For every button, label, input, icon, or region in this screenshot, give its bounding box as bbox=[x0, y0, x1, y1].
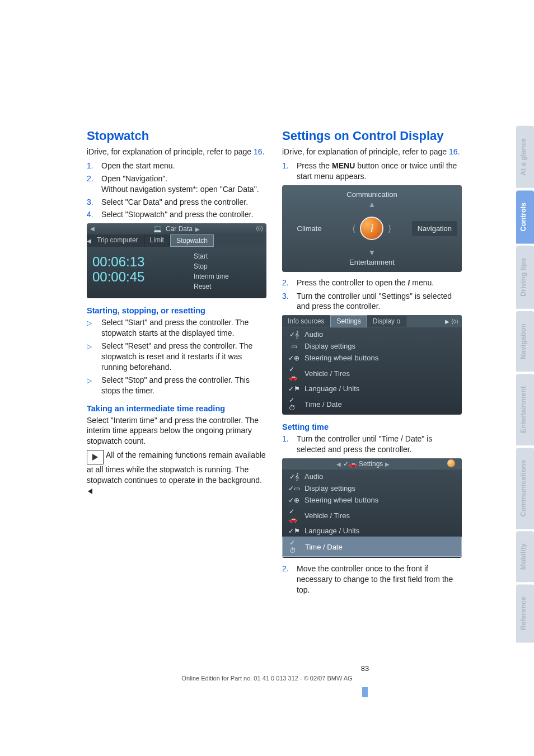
tab-controls[interactable]: Controls bbox=[516, 190, 534, 243]
stopwatch-options: Start Stop Interim time Reset bbox=[194, 251, 261, 292]
bullet-reset: ▷Select "Reset" and press the controller… bbox=[87, 341, 266, 373]
tab-info-sources[interactable]: Info sources bbox=[282, 316, 330, 327]
menu-communication-label: Communication bbox=[346, 190, 397, 199]
intro-text-right-b: . bbox=[458, 147, 460, 156]
clock-icon: ✓⏱ bbox=[289, 539, 299, 555]
row2-display-settings[interactable]: ✓▭Display settings bbox=[282, 482, 462, 494]
tab-at-a-glance[interactable]: At a glance bbox=[516, 126, 534, 188]
row-display-settings[interactable]: ▭Display settings bbox=[282, 340, 462, 352]
start-stop-bullets: ▷Select "Start" and press the controller… bbox=[87, 317, 266, 396]
tabs-left-arrow-icon: ◀ bbox=[87, 234, 91, 247]
footer-text: Online Edition for Part no. 01 41 0 013 … bbox=[0, 675, 534, 682]
bullet-stop-text: Select "Stop" and press the controller. … bbox=[101, 375, 250, 395]
stopwatch-steps: Open the start menu. Open "Navigation". … bbox=[87, 161, 266, 220]
flag-icon: ✓⚑ bbox=[289, 385, 299, 393]
row2-steering[interactable]: ✓⊕Steering wheel buttons bbox=[282, 494, 462, 506]
tab-display[interactable]: Display o bbox=[367, 316, 406, 327]
tab-trip-computer[interactable]: Trip computer bbox=[91, 234, 144, 247]
nav-right-icon: ▶ bbox=[195, 226, 200, 232]
row2-vehicle[interactable]: ✓🚗Vehicle / Tires bbox=[282, 506, 462, 525]
settings-step-2a: Press the controller to open the bbox=[297, 278, 407, 287]
bullet-start-text: Select "Start" and press the controller.… bbox=[101, 318, 249, 337]
menu-entertainment-label: Entertainment bbox=[349, 258, 395, 266]
screenshot-settings-list: ◀ ✓🚗 Settings ▶ ✓𝄞Audio ✓▭Display settin… bbox=[282, 458, 462, 558]
car-data-tabs: ◀ Trip computer Limit Stopwatch bbox=[87, 234, 266, 247]
time-main: 00:06:13 bbox=[92, 255, 194, 269]
row2-steering-label: Steering wheel buttons bbox=[305, 496, 378, 504]
vehicle-icon: ✓🚗 bbox=[289, 365, 299, 381]
page-footer: 83 Online Edition for Part no. 01 41 0 0… bbox=[0, 664, 534, 697]
tab-settings[interactable]: Settings bbox=[330, 315, 367, 327]
display-icon: ▭ bbox=[289, 342, 299, 350]
opt-start[interactable]: Start bbox=[194, 251, 261, 261]
bullet-start: ▷Select "Start" and press the controller… bbox=[87, 317, 266, 339]
content-columns: Stopwatch iDrive, for explanation of pri… bbox=[87, 129, 462, 599]
settings-rows: ✓𝄞Audio ▭Display settings ✓⊕Steering whe… bbox=[282, 327, 462, 415]
row2-audio-label: Audio bbox=[305, 472, 323, 481]
check-icon: ✓𝄞 bbox=[289, 331, 299, 339]
opt-stop[interactable]: Stop bbox=[194, 261, 261, 271]
tab-limit[interactable]: Limit bbox=[144, 234, 170, 247]
vehicle-icon: ✓🚗 bbox=[289, 508, 299, 523]
tab-navigation[interactable]: Navigation bbox=[516, 311, 534, 372]
chevron-left-icon: ⟨ bbox=[352, 223, 355, 234]
subheading-start-stop-reset: Starting, stopping, or resetting bbox=[87, 306, 266, 315]
opt-interim[interactable]: Interim time bbox=[194, 271, 261, 281]
subheading-intermediate: Taking an intermediate time reading bbox=[87, 404, 266, 413]
i-menu-icon[interactable]: i bbox=[360, 217, 383, 240]
tab-mobility[interactable]: Mobility bbox=[516, 531, 534, 582]
row-vehicle[interactable]: ✓🚗Vehicle / Tires bbox=[282, 364, 462, 383]
page-link-16-right[interactable]: 16 bbox=[449, 147, 458, 156]
row-steering[interactable]: ✓⊕Steering wheel buttons bbox=[282, 352, 462, 364]
row-vehicle-label: Vehicle / Tires bbox=[305, 369, 350, 378]
row-audio[interactable]: ✓𝄞Audio bbox=[282, 328, 462, 340]
steering-icon: ✓⊕ bbox=[289, 354, 299, 362]
check-icon: ✓𝄞 bbox=[289, 473, 299, 481]
intro-text-right-a: iDrive, for explanation of principle, re… bbox=[282, 147, 449, 156]
menu-button-label: MENU bbox=[332, 161, 355, 170]
tab-entertainment[interactable]: Entertainment bbox=[516, 374, 534, 445]
tab-reference[interactable]: Reference bbox=[516, 584, 534, 642]
footer-bar bbox=[362, 687, 368, 697]
note-paragraph: All of the remaining functions remain av… bbox=[87, 450, 266, 496]
row-language-label: Language / Units bbox=[305, 384, 359, 393]
settings-list-header: ◀ ✓🚗 Settings ▶ bbox=[282, 458, 462, 469]
tab-driving-tips[interactable]: Driving tips bbox=[516, 246, 534, 309]
settings-list-title: ◀ ✓🚗 Settings ▶ bbox=[282, 458, 444, 469]
row2-language[interactable]: ✓⚑Language / Units bbox=[282, 525, 462, 537]
bullet-reset-text: Select "Reset" and press the controller.… bbox=[101, 341, 252, 372]
row-time-date[interactable]: ✓⏱Time / Date bbox=[282, 395, 462, 414]
tab-stopwatch[interactable]: Stopwatch bbox=[170, 234, 214, 247]
footer-bar-wrap bbox=[0, 684, 534, 697]
triangle-icon: ▷ bbox=[87, 342, 92, 351]
row-language[interactable]: ✓⚑Language / Units bbox=[282, 383, 462, 395]
car-data-titlebar: ◀ 💻 Car Data ▶ ⟨◊⟩ bbox=[87, 223, 266, 234]
row2-language-label: Language / Units bbox=[305, 527, 359, 535]
screenshot-start-menu: Communication ▲ Climate ⟨ i ⟩ Navigation… bbox=[282, 185, 462, 272]
time-step-1: Turn the controller until "Time / Date" … bbox=[282, 434, 462, 455]
page-link-16[interactable]: 16 bbox=[254, 147, 263, 156]
row2-vehicle-label: Vehicle / Tires bbox=[305, 511, 350, 520]
menu-entertainment[interactable]: ▼ Entertainment bbox=[349, 248, 395, 266]
left-column: Stopwatch iDrive, for explanation of pri… bbox=[87, 129, 266, 599]
settings-step-2b: menu. bbox=[410, 278, 434, 287]
tab-communications[interactable]: Communications bbox=[516, 448, 534, 529]
row2-time-date[interactable]: ✓⏱Time / Date bbox=[282, 537, 462, 557]
menu-navigation[interactable]: Navigation bbox=[412, 221, 457, 236]
step-4: Select "Stopwatch" and press the control… bbox=[87, 209, 266, 220]
row2-display-settings-label: Display settings bbox=[305, 484, 355, 492]
opt-reset[interactable]: Reset bbox=[194, 281, 261, 292]
chevron-up-icon: ▲ bbox=[368, 200, 376, 209]
settings-tabs-header: Info sources Settings Display o ▶ ⟨◊⟩ bbox=[282, 315, 462, 327]
row2-audio[interactable]: ✓𝄞Audio bbox=[282, 471, 462, 482]
screen-icon: 💻 bbox=[153, 225, 162, 233]
row-steering-label: Steering wheel buttons bbox=[305, 354, 378, 362]
orange-ball-icon bbox=[444, 459, 462, 469]
chevron-down-icon: ▼ bbox=[368, 248, 376, 257]
row-display-settings-label: Display settings bbox=[305, 342, 355, 350]
menu-climate[interactable]: Climate bbox=[292, 221, 327, 236]
time-interim: 00:00:45 bbox=[92, 270, 194, 284]
menu-communication[interactable]: Communication ▲ bbox=[346, 190, 397, 209]
time-steps-a: Turn the controller until "Time / Date" … bbox=[282, 434, 462, 455]
car-data-body: 00:06:13 00:00:45 Start Stop Interim tim… bbox=[87, 247, 266, 298]
